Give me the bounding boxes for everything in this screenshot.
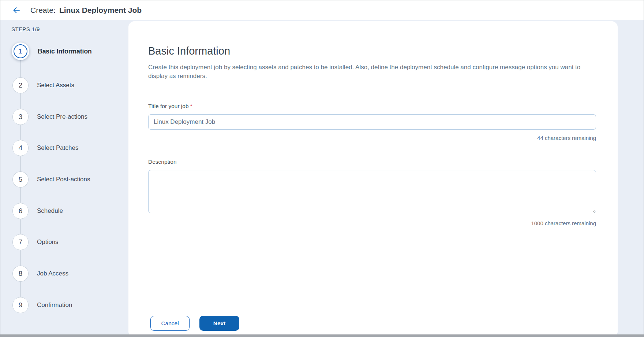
title-field-label: Title for your job*: [148, 103, 596, 110]
back-arrow-icon[interactable]: [11, 5, 22, 15]
footer-actions: Cancel Next: [148, 316, 596, 331]
job-description-textarea[interactable]: [148, 170, 596, 213]
window-bottom-edge: [0, 334, 644, 337]
step-circle: 5: [12, 171, 29, 188]
step-label: Select Assets: [37, 82, 74, 89]
job-title-input[interactable]: [148, 114, 596, 130]
step-circle: 2: [12, 77, 29, 93]
step-item-basic-information[interactable]: 1 Basic Information: [12, 42, 92, 60]
step-circle: 7: [12, 234, 29, 250]
step-item-select-pre-actions[interactable]: 3 Select Pre-actions: [12, 109, 87, 125]
step-circle: 8: [12, 266, 29, 282]
step-item-schedule[interactable]: 6 Schedule: [12, 203, 63, 219]
step-label: Job Access: [37, 270, 68, 277]
step-item-select-patches[interactable]: 4 Select Patches: [12, 140, 78, 156]
basic-information-panel: Basic Information Create this deployment…: [128, 21, 618, 337]
next-button[interactable]: Next: [199, 316, 239, 331]
step-label: Select Post-actions: [37, 176, 90, 183]
step-circle: 6: [12, 203, 29, 219]
step-label: Basic Information: [38, 48, 92, 55]
step-label: Select Patches: [37, 144, 78, 152]
description-characters-remaining: 1000 characters remaining: [148, 220, 596, 227]
step-label: Confirmation: [37, 301, 72, 309]
cancel-button[interactable]: Cancel: [150, 316, 190, 331]
step-item-job-access[interactable]: 8 Job Access: [12, 266, 68, 282]
page-title-job-name: Linux Deployment Job: [59, 6, 142, 14]
step-label: Schedule: [37, 207, 63, 215]
section-heading: Basic Information: [148, 44, 596, 58]
header: Create:Linux Deployment Job: [0, 0, 644, 20]
step-item-select-assets[interactable]: 2 Select Assets: [12, 77, 74, 93]
title-characters-remaining: 44 characters remaining: [148, 134, 596, 142]
steps-progress-label: STEPS 1/9: [11, 26, 40, 32]
step-item-select-post-actions[interactable]: 5 Select Post-actions: [12, 171, 90, 188]
page-title-prefix: Create:: [30, 6, 56, 14]
footer-divider: [148, 287, 598, 287]
step-label: Options: [37, 238, 59, 246]
step-circle: 9: [12, 297, 29, 313]
step-item-confirmation[interactable]: 9 Confirmation: [12, 297, 72, 313]
step-label: Select Pre-actions: [37, 113, 87, 121]
step-circle: 3: [12, 109, 29, 125]
step-circle: 1: [12, 42, 29, 60]
step-item-options[interactable]: 7 Options: [12, 234, 59, 250]
page-title: Create:Linux Deployment Job: [30, 6, 142, 15]
description-field-label: Description: [148, 158, 596, 166]
wizard-stepper-sidebar: STEPS 1/9 1 Basic Information 2 Select A…: [0, 20, 128, 337]
section-description: Create this deployment job by selecting …: [148, 63, 596, 81]
required-asterisk: *: [190, 103, 192, 109]
step-circle: 4: [12, 140, 29, 156]
